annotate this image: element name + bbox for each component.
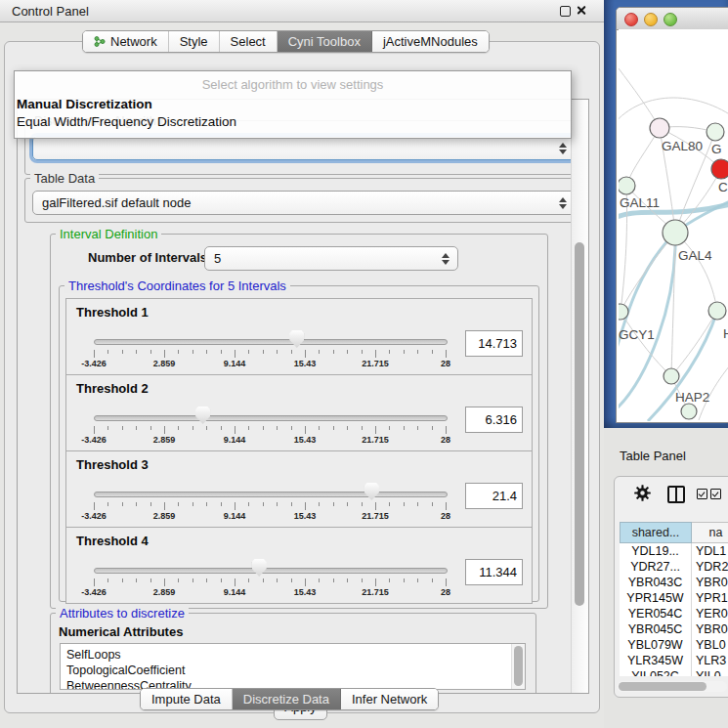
popup-item-manual-discretization[interactable]: Manual Discretization [17,97,152,111]
tick-mark [206,350,207,354]
slider-track[interactable] [94,568,448,574]
close-traffic-light[interactable] [624,13,638,26]
table-cell[interactable]: YDR27... [620,559,692,575]
table-row[interactable]: YIL052CYIL0 [620,668,728,676]
popup-item-equal-width-frequency-discretization[interactable]: Equal Width/Frequency Discretization [17,114,236,129]
table-cell[interactable]: YER054C [620,606,692,621]
tab-network[interactable]: Network [83,31,168,52]
table-cell[interactable]: YBR043C [620,575,692,590]
column-header-shared[interactable]: shared... [620,522,692,543]
table-row[interactable]: YBR045CYBR0 [620,621,728,637]
minimize-traffic-light[interactable] [644,13,658,26]
main-scrollbar[interactable] [571,100,588,693]
network-node-gal11[interactable] [619,177,635,194]
tab-jactivemnodules[interactable]: jActiveMNodules [371,31,489,52]
slider-track[interactable] [94,415,448,421]
table-panel: shared...naYDL19...YDL1YDR27...YDR2YBR04… [614,476,728,698]
table-cell[interactable]: YDL1 [692,543,728,559]
checkbox-icon[interactable] [710,489,721,499]
table-cell[interactable]: YBR045C [620,621,692,637]
table-cell[interactable]: YLR345W [620,653,692,668]
tick-mark [150,426,151,430]
slider-thumb[interactable] [252,559,267,577]
table-row[interactable]: YDR27...YDR2 [620,559,728,575]
table-cell[interactable]: YDL19... [620,543,692,559]
network-edge [671,233,675,376]
network-node-c[interactable] [711,159,728,179]
network-node-gcy1[interactable] [619,304,628,320]
gear-icon[interactable] [634,485,651,501]
table-row[interactable]: YDL19...YDL1 [620,543,728,559]
tick-mark [178,578,179,582]
tab-select[interactable]: Select [219,31,277,52]
number-of-intervals-combo[interactable]: 5 [204,246,458,271]
control-panel-titlebar: Control Panel [0,0,604,22]
network-icon [94,35,106,48]
network-node-gal80[interactable] [650,118,669,138]
attributes-scrollbar-thumb[interactable] [514,646,523,686]
table-row[interactable]: YBL079WYBL0 [620,637,728,653]
algorithm-combo[interactable] [32,136,576,160]
table-cell[interactable]: YLR3 [692,653,728,668]
table-row[interactable]: YLR345WYLR3 [620,653,728,668]
threshold-value-field[interactable]: 6.316 [465,407,523,433]
table-panel-title: Table Panel [620,449,686,463]
attributes-scrollbar[interactable] [511,644,525,689]
table-cell[interactable]: YIL052C [620,668,692,676]
table-row[interactable]: YER054CYER0 [620,606,728,621]
algorithm-dropdown-popup: Select algorithm to view settings Manual… [14,70,572,139]
node-table[interactable]: shared...naYDL19...YDL1YDR27...YDR2YBR04… [620,522,728,676]
network-canvas[interactable]: GAL80GCGAL11GAL4GCY1HHAP2 [619,29,728,421]
table-row[interactable]: YPR145WYPR1 [620,590,728,606]
threshold-coordinates-group: Threshold's Coordinates for 5 Intervals … [59,285,539,602]
table-cell[interactable]: YBL0 [692,637,728,653]
table-cell[interactable]: YBR0 [692,575,728,590]
column-header-na[interactable]: na [692,522,728,543]
float-window-icon[interactable] [560,6,571,17]
threshold-value-field[interactable]: 21.4 [465,483,523,509]
network-node-gal4[interactable] [663,220,688,245]
network-node[interactable] [681,404,697,419]
attribute-item-selfloops[interactable]: SelfLoops [61,647,525,663]
threshold-value-field[interactable]: 11.344 [465,559,523,585]
zoom-traffic-light[interactable] [664,13,677,26]
network-node-hap2[interactable] [664,368,679,384]
table-cell[interactable]: YIL0 [692,668,728,676]
bottom-tab-impute-data-label: Impute Data [151,692,221,707]
tab-cyni-toolbox[interactable]: Cyni Toolbox [277,31,371,52]
tick-label: 9.144 [224,359,246,368]
table-cell[interactable]: YPR1 [692,590,728,606]
tick-mark [164,426,165,434]
table-cell[interactable]: YBR0 [692,621,728,637]
attribute-item-topologicalcoefficient[interactable]: TopologicalCoefficient [61,663,525,678]
bottom-tab-impute-data[interactable]: Impute Data [141,689,232,709]
table-cell[interactable]: YBL079W [620,637,692,653]
split-column-icon[interactable] [667,486,685,503]
bottom-tab-infer-network[interactable]: Infer Network [340,689,438,709]
main-scrollbar-thumb[interactable] [575,242,584,606]
tick-mark [178,350,179,354]
slider-track[interactable] [94,492,448,497]
table-hscrollbar-thumb[interactable] [619,682,707,691]
network-view-frame: GAL80GCGAL11GAL4GCY1HHAP2 [604,0,728,428]
bottom-tab-discretize-data[interactable]: Discretize Data [232,689,340,709]
close-icon[interactable] [576,5,586,16]
slider-thumb[interactable] [289,330,304,348]
table-cell[interactable]: YPR145W [620,590,692,606]
slider-thumb[interactable] [364,483,379,500]
tab-style[interactable]: Style [168,31,219,52]
network-node-h[interactable] [708,302,726,320]
table-cell[interactable]: YER0 [692,606,728,621]
table-cell[interactable]: YDR2 [692,559,728,575]
table-row[interactable]: YBR043CYBR0 [620,575,728,590]
tick-mark [206,502,207,506]
table-horizontal-scrollbar[interactable] [617,681,727,692]
threshold-value-field[interactable]: 14.713 [465,330,523,357]
tick-label: 15.43 [294,587,317,597]
network-node-g[interactable] [707,123,724,141]
slider-track[interactable] [94,339,448,345]
attributes-title: Attributes to discretize [56,606,189,621]
checkbox-icon[interactable] [697,489,707,499]
table-data-combo[interactable]: galFiltered.sif default node [32,191,576,215]
slider-thumb[interactable] [195,407,210,424]
